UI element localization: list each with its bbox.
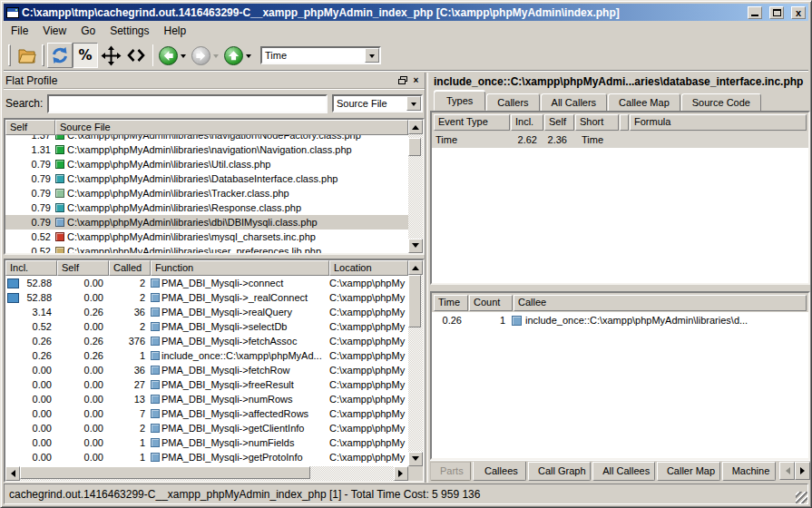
- column-header-incl-[interactable]: Incl.: [511, 114, 543, 131]
- close-button[interactable]: x: [791, 6, 806, 19]
- toolbar-handle[interactable]: [8, 44, 11, 66]
- back-button[interactable]: [157, 44, 179, 66]
- function-row[interactable]: 3.140.2636PMA_DBI_Mysqli->realQueryC:\xa…: [5, 305, 408, 319]
- app-icon[interactable]: [6, 7, 19, 18]
- function-row[interactable]: 0.520.002PMA_DBI_Mysqli->selectDbC:\xamp…: [5, 319, 408, 334]
- column-header-called[interactable]: Called: [109, 260, 151, 276]
- maximize-button[interactable]: [769, 6, 784, 19]
- function-row[interactable]: 0.000.002PMA_DBI_Mysqli->getClientInfoC:…: [5, 421, 408, 435]
- event-type-row[interactable]: Time2.622.36Time: [432, 132, 808, 148]
- tab-all-callers[interactable]: All Callers: [541, 93, 608, 112]
- function-list-vscrollbar[interactable]: [408, 260, 423, 466]
- event-type-dropdown-button[interactable]: [365, 48, 379, 63]
- dock-close-button[interactable]: ×: [409, 74, 423, 87]
- source-file-row[interactable]: 0.79C:\xampp\phpMyAdmin\libraries\Tracke…: [5, 186, 408, 200]
- group-select[interactable]: Source File: [332, 94, 423, 112]
- back-dropdown-arrow[interactable]: [181, 54, 186, 61]
- tab-source-code[interactable]: Source Code: [681, 93, 761, 112]
- shorten-templates-button[interactable]: [123, 43, 149, 68]
- event-type-select[interactable]: Time: [260, 46, 381, 64]
- tab-scroll-right-button[interactable]: [795, 462, 810, 480]
- source-file-row[interactable]: 0.52C:\xampp\phpMyAdmin\libraries\mysql_…: [5, 230, 408, 244]
- column-header-time[interactable]: Time: [434, 295, 468, 311]
- column-header-event-type[interactable]: Event Type: [434, 114, 510, 131]
- menu-file[interactable]: File: [4, 23, 35, 39]
- menu-help[interactable]: Help: [157, 23, 194, 39]
- column-header-short[interactable]: Short: [575, 114, 619, 131]
- refresh-button[interactable]: [47, 43, 73, 68]
- column-header-self[interactable]: Self: [544, 114, 574, 131]
- forward-button[interactable]: [190, 44, 211, 66]
- scroll-down-button[interactable]: [408, 452, 423, 466]
- up-dropdown-arrow[interactable]: [246, 54, 251, 61]
- group-dropdown-button[interactable]: [406, 96, 421, 111]
- menu-settings[interactable]: Settings: [103, 23, 156, 39]
- column-header-callee[interactable]: Callee: [514, 295, 807, 311]
- column-header-function[interactable]: Function: [151, 260, 329, 276]
- tab-callers[interactable]: Callers: [486, 93, 539, 112]
- resize-grip[interactable]: [796, 492, 807, 503]
- function-row[interactable]: 0.260.26376PMA_DBI_Mysqli->fetchAssocC:\…: [5, 334, 408, 348]
- tab-call-graph[interactable]: Call Graph: [528, 462, 591, 481]
- column-header-self[interactable]: Self: [57, 260, 109, 276]
- function-row[interactable]: 0.000.0027PMA_DBI_Mysqli->freeResultC:\x…: [5, 377, 408, 392]
- source-file-row[interactable]: 0.52C:\xampp\phpMyAdmin\libraries\user_p…: [5, 244, 408, 253]
- scroll-down-button[interactable]: [408, 239, 423, 253]
- minimize-button[interactable]: [748, 6, 762, 19]
- scroll-up-button[interactable]: [408, 260, 423, 275]
- search-input[interactable]: [47, 94, 328, 113]
- column-header-source-file[interactable]: Source File: [55, 120, 408, 135]
- function-row[interactable]: 52.880.002PMA_DBI_Mysqli->_realConnectC:…: [5, 290, 408, 305]
- tab-all-callees[interactable]: All Callees: [592, 462, 655, 481]
- source-file-row[interactable]: 0.79C:\xampp\phpMyAdmin\libraries\Respon…: [5, 200, 408, 215]
- function-row[interactable]: 0.000.001PMA_DBI_Mysqli->numFieldsC:\xam…: [5, 435, 408, 450]
- function-row[interactable]: 52.880.002PMA_DBI_Mysqli->connectC:\xamp…: [5, 276, 408, 290]
- panel-splitter[interactable]: [425, 73, 428, 483]
- scroll-up-button[interactable]: [408, 120, 423, 134]
- menu-go[interactable]: Go: [73, 23, 103, 39]
- source-file-row[interactable]: 1.37C:\xampp\phpMyAdmin\libraries\naviga…: [5, 135, 408, 142]
- function-row[interactable]: 0.260.261include_once::C:\xampp\phpMyAd.…: [5, 348, 408, 363]
- column-header-count[interactable]: Count: [469, 295, 513, 311]
- scrollbar-track[interactable]: [408, 134, 423, 239]
- tab-parts[interactable]: Parts: [430, 462, 471, 481]
- column-header-self[interactable]: Self: [5, 120, 55, 135]
- source-file-row[interactable]: 0.79C:\xampp\phpMyAdmin\libraries\Databa…: [5, 171, 408, 186]
- tab-callees[interactable]: Callees: [473, 462, 526, 481]
- tab-callee-map[interactable]: Callee Map: [608, 93, 680, 112]
- scrollbar-thumb[interactable]: [408, 275, 421, 327]
- scrollbar-track[interactable]: [408, 275, 423, 452]
- tab-types[interactable]: Types: [434, 91, 485, 111]
- dock-title-bar[interactable]: Flat Profile ×: [4, 73, 425, 89]
- callee-row[interactable]: 0.261include_once::C:\xampp\phpMyAdmin\l…: [432, 312, 808, 328]
- open-file-button[interactable]: [14, 43, 39, 68]
- function-row[interactable]: 0.000.007PMA_DBI_Mysqli->affectedRowsC:\…: [5, 406, 408, 421]
- source-file-row[interactable]: 0.79C:\xampp\phpMyAdmin\libraries\dbi\DB…: [5, 215, 408, 230]
- tab-machine[interactable]: Machine: [722, 462, 776, 481]
- function-row[interactable]: 0.000.001PMA_DBI_Mysqli->getProtoInfoC:\…: [5, 450, 408, 464]
- percentage-toggle-button[interactable]: %: [73, 43, 98, 68]
- title-bar[interactable]: C:\xampp\tmp\cachegrind.out.1416463299-C…: [4, 4, 808, 21]
- function-row[interactable]: 0.000.0036PMA_DBI_Mysqli->fetchRowC:\xam…: [5, 363, 408, 377]
- scrollbar-thumb[interactable]: [20, 466, 310, 479]
- scroll-right-button[interactable]: [394, 466, 408, 481]
- dock-move-button[interactable]: [98, 43, 123, 68]
- scrollbar-thumb[interactable]: [408, 138, 421, 156]
- function-name: PMA_DBI_Mysqli->numFields: [161, 437, 294, 448]
- source-file-row[interactable]: 0.79C:\xampp\phpMyAdmin\libraries\Util.c…: [5, 157, 408, 171]
- column-header-location[interactable]: Location: [329, 260, 408, 276]
- toolbar-handle2[interactable]: [42, 44, 44, 66]
- scroll-left-button[interactable]: [5, 466, 20, 481]
- menu-view[interactable]: View: [35, 23, 73, 39]
- up-button[interactable]: [222, 44, 244, 66]
- file-list-scrollbar[interactable]: [408, 120, 423, 253]
- scrollbar-track[interactable]: [20, 466, 394, 481]
- column-header-incl-[interactable]: Incl.: [5, 260, 57, 276]
- dock-float-button[interactable]: [396, 74, 409, 87]
- function-list-hscrollbar[interactable]: [5, 466, 408, 481]
- source-file-row[interactable]: 1.31C:\xampp\phpMyAdmin\libraries\naviga…: [5, 142, 408, 157]
- column-header-formula[interactable]: Formula: [630, 114, 807, 131]
- tab-caller-map[interactable]: Caller Map: [657, 462, 720, 481]
- function-row[interactable]: 0.000.0013PMA_DBI_Mysqli->numRowsC:\xamp…: [5, 392, 408, 406]
- tab-scroll-left-button[interactable]: [779, 462, 795, 480]
